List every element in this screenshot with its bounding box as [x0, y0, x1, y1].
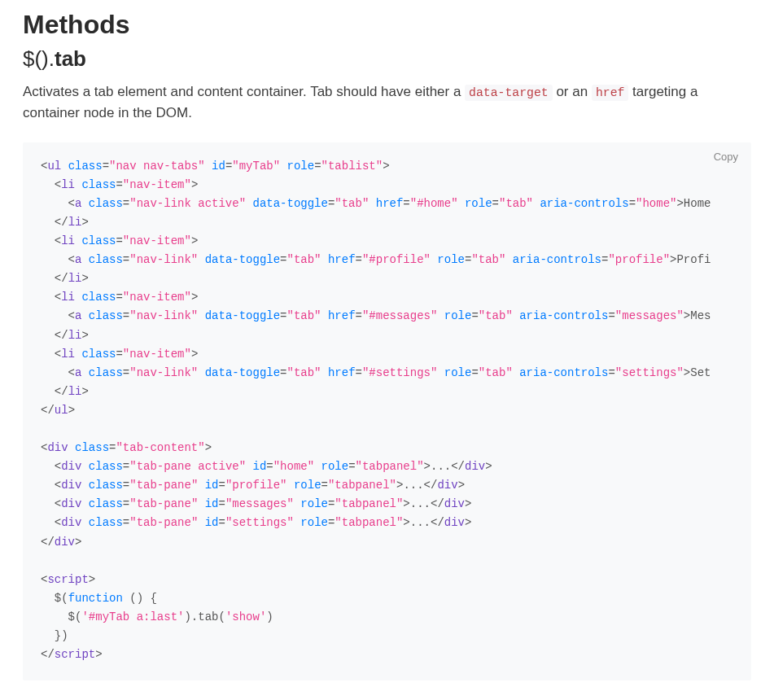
code-content[interactable]: <ul class="nav nav-tabs" id="myTab" role…	[41, 157, 733, 670]
code-block: Copy <ul class="nav nav-tabs" id="myTab"…	[23, 142, 751, 681]
inline-code-href: href	[592, 85, 628, 101]
desc-text: Activates a tab element and content cont…	[23, 84, 465, 99]
copy-button[interactable]: Copy	[714, 151, 738, 163]
section-heading: Methods	[23, 10, 751, 40]
desc-text: or an	[553, 84, 592, 99]
method-description: Activates a tab element and content cont…	[23, 81, 751, 125]
method-name: $().tab	[23, 46, 751, 72]
method-prefix: $().	[23, 46, 55, 71]
inline-code-data-target: data-target	[465, 85, 553, 101]
method-fn: tab	[55, 46, 86, 71]
